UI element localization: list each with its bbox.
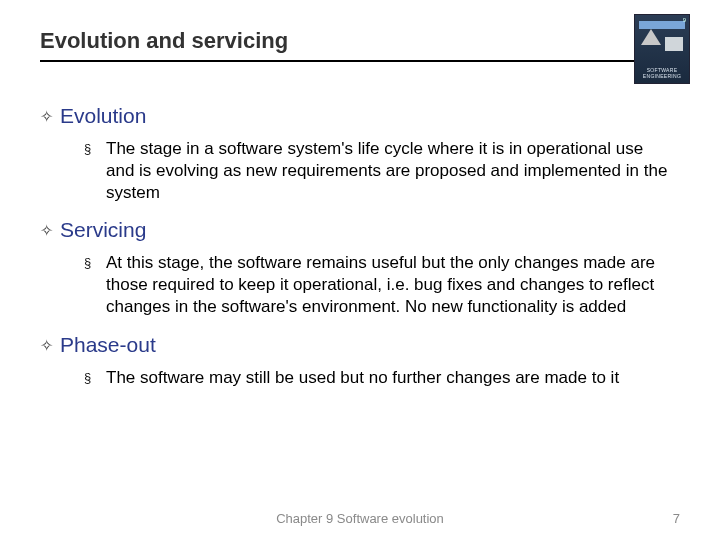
diamond-bullet-icon: ✧ (40, 218, 60, 244)
section-body-item: § At this stage, the software remains us… (84, 252, 680, 318)
slide-footer: Chapter 9 Software evolution 7 (0, 511, 720, 526)
title-divider (40, 60, 680, 62)
section-bullet-icon: § (84, 138, 106, 160)
section-heading: ✧ Phase-out (40, 333, 680, 359)
page-title: Evolution and servicing (40, 28, 680, 54)
section-body-text: At this stage, the software remains usef… (106, 252, 680, 318)
section-bullet-icon: § (84, 367, 106, 389)
diamond-bullet-icon: ✧ (40, 104, 60, 130)
slide-body: ✧ Evolution § The stage in a software sy… (0, 70, 720, 389)
page-number: 7 (640, 511, 680, 526)
cover-building-graphic (641, 29, 661, 45)
section-body-text: The software may still be used but no fu… (106, 367, 680, 389)
book-cover-thumbnail: 9 SOFTWARE ENGINEERING (634, 14, 690, 84)
section-heading: ✧ Servicing (40, 218, 680, 244)
slide-header: Evolution and servicing (0, 28, 720, 70)
section-bullet-icon: § (84, 252, 106, 274)
diamond-bullet-icon: ✧ (40, 333, 60, 359)
section-heading: ✧ Evolution (40, 104, 680, 130)
cover-building-graphic-2 (665, 37, 683, 51)
footer-chapter-text: Chapter 9 Software evolution (80, 511, 640, 526)
cover-edition-number: 9 (683, 17, 686, 23)
cover-banner (639, 21, 685, 29)
section-body-item: § The stage in a software system's life … (84, 138, 680, 204)
section-body-item: § The software may still be used but no … (84, 367, 680, 389)
cover-title-text: SOFTWARE ENGINEERING (637, 67, 687, 79)
section-heading-text: Servicing (60, 218, 146, 242)
section-heading-text: Phase-out (60, 333, 156, 357)
section-heading-text: Evolution (60, 104, 146, 128)
slide: 9 SOFTWARE ENGINEERING Evolution and ser… (0, 0, 720, 540)
section-body-text: The stage in a software system's life cy… (106, 138, 680, 204)
